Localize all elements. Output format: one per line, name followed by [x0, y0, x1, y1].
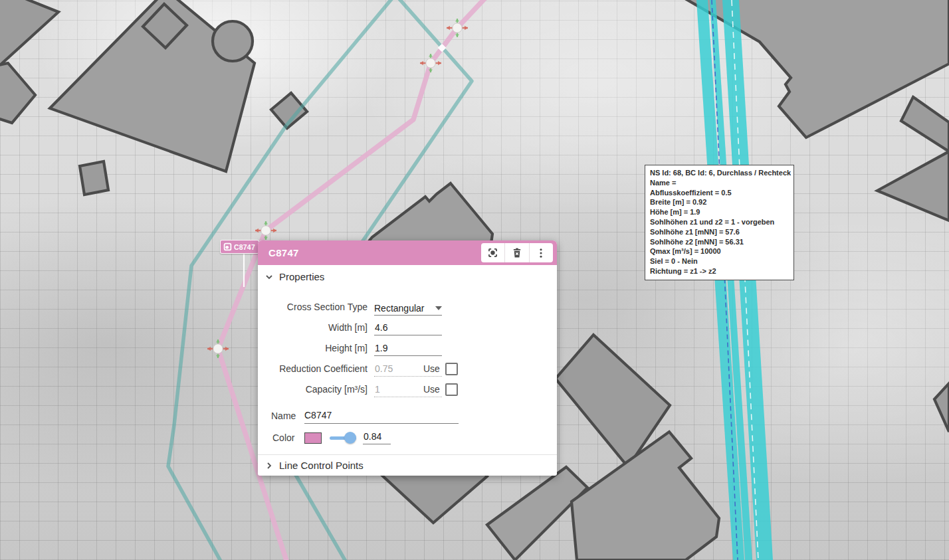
- capacity-use-checkbox[interactable]: [445, 383, 458, 396]
- name-input[interactable]: [304, 409, 459, 424]
- tooltip-line: Richtung = z1 -> z2: [650, 266, 789, 276]
- building: [0, 63, 35, 123]
- cross-section-type-value: Rectangular: [374, 303, 425, 314]
- delete-icon: [511, 247, 523, 259]
- tooltip-line: Sohlhöhe z1 [mNN] = 57.6: [650, 227, 789, 237]
- dialog-title: C8747: [268, 247, 299, 258]
- dropdown-caret-icon: [435, 306, 442, 310]
- name-label: Name: [271, 411, 296, 421]
- building: [934, 383, 949, 432]
- tooltip-line: Sohlhöhen z1 und z2 = 1 - vorgeben: [650, 217, 789, 227]
- chevron-down-icon: [264, 272, 274, 282]
- properties-section-label: Properties: [279, 271, 324, 282]
- delete-feature-button[interactable]: [504, 243, 528, 262]
- tooltip-line: Höhe [m] = 1.9: [650, 207, 789, 217]
- cross-section-type-select[interactable]: Rectangular: [374, 301, 442, 316]
- tooltip-line: Breite [m] = 0.92: [650, 197, 789, 207]
- capacity-label: Capacity [m³/s]: [263, 384, 368, 395]
- chevron-right-icon: [264, 461, 274, 470]
- slider-handle[interactable]: [344, 432, 356, 444]
- height-input[interactable]: [374, 342, 442, 356]
- building-annex: [80, 161, 108, 195]
- color-label: Color: [272, 432, 294, 443]
- properties-dialog: C8747: [258, 240, 557, 476]
- capacity-use-label: Use: [423, 384, 440, 395]
- dialog-header[interactable]: C8747: [258, 240, 557, 265]
- center-focus-icon: [486, 246, 499, 259]
- color-opacity-input[interactable]: [363, 430, 391, 444]
- building: [901, 97, 949, 151]
- reduction-coefficient-label: Reduction Coefficient: [263, 363, 368, 374]
- reduction-use-checkbox[interactable]: [445, 363, 458, 375]
- tooltip-line: Name =: [650, 178, 789, 188]
- kebab-menu-icon: [535, 247, 547, 259]
- culvert-icon: [223, 242, 232, 251]
- tooltip-line: Qmax [m³/s] = 10000: [650, 246, 789, 256]
- control-point-marker[interactable]: [207, 339, 229, 358]
- cross-section-type-label: Cross Section Type: [263, 302, 368, 312]
- line-control-points-label: Line Control Points: [279, 460, 364, 471]
- feature-chip[interactable]: C8747: [220, 240, 259, 254]
- feature-chip-label: C8747: [234, 243, 255, 251]
- tooltip-line: Siel = 0 - Nein: [650, 256, 789, 266]
- color-opacity-slider[interactable]: [330, 430, 359, 445]
- tooltip-line: Sohlhöhe z2 [mNN] = 56.31: [650, 237, 789, 247]
- width-input[interactable]: [374, 322, 442, 335]
- building-annex: [213, 21, 253, 61]
- building: [572, 432, 719, 560]
- more-options-button[interactable]: [529, 243, 553, 262]
- zoom-to-feature-button[interactable]: [481, 243, 504, 262]
- building: [877, 151, 949, 221]
- tooltip-line: Abflusskoeffizient = 0.5: [650, 188, 789, 198]
- color-swatch[interactable]: [304, 432, 322, 444]
- section-divider: [258, 454, 557, 455]
- dialog-toolbar: [481, 243, 553, 262]
- properties-section-toggle[interactable]: Properties: [264, 271, 324, 282]
- feature-tooltip: NS Id: 68, BC Id: 6, Durchlass / Rechtec…: [645, 165, 794, 280]
- width-label: Width [m]: [263, 322, 368, 333]
- line-control-points-section-toggle[interactable]: Line Control Points: [264, 460, 364, 471]
- tooltip-title: NS Id: 68, BC Id: 6, Durchlass / Rechtec…: [650, 168, 789, 178]
- height-label: Height [m]: [263, 343, 368, 353]
- reduction-use-label: Use: [423, 363, 440, 374]
